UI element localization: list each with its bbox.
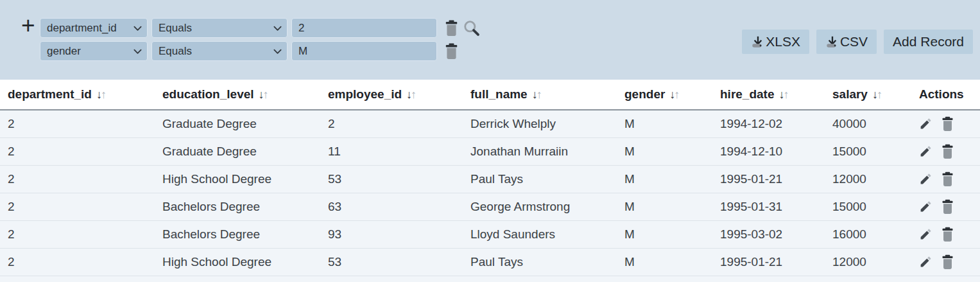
filter-value-input[interactable] (291, 41, 437, 61)
delete-row-button[interactable] (941, 227, 954, 242)
delete-row-button[interactable] (941, 116, 954, 132)
chevron-down-icon (273, 49, 282, 55)
filter-field-select[interactable]: gender (40, 41, 148, 61)
export-csv-button[interactable]: CSV (816, 30, 877, 54)
cell-education-level: Bachelors Degree (155, 220, 320, 248)
column-header-employee-id[interactable]: employee_id↓↑ (320, 80, 463, 110)
trash-icon (941, 199, 954, 215)
sort-desc-icon: ↓ (532, 88, 537, 101)
column-header-gender[interactable]: gender↓↑ (617, 80, 712, 110)
edit-row-button[interactable] (919, 145, 933, 158)
sort-asc-icon: ↑ (877, 88, 881, 101)
apply-filters-button[interactable] (463, 20, 480, 37)
table-row: 2 Bachelors Degree 63 George Armstrong M… (0, 193, 980, 220)
edit-row-button[interactable] (919, 255, 933, 269)
cell-gender: M (617, 193, 712, 220)
cell-actions (911, 193, 980, 220)
filter-operator-select[interactable]: Equals (151, 41, 288, 61)
sort-asc-icon: ↑ (537, 88, 541, 101)
sort-asc-icon: ↑ (674, 88, 678, 101)
delete-row-button[interactable] (941, 199, 954, 215)
table-row: 2 High School Degree 53 Paul Tays M 1995… (0, 165, 980, 193)
sort-desc-icon: ↓ (872, 88, 877, 101)
cell-actions (911, 137, 980, 165)
chevron-down-icon (133, 26, 142, 31)
column-header-department-id[interactable]: department_id↓↑ (0, 80, 155, 110)
cell-hire-date: 1995-01-31 (712, 193, 825, 220)
cell-salary: 15000 (825, 137, 911, 165)
remove-filter-button[interactable] (445, 43, 458, 60)
filter-toolbar: + department_id Equals gender (0, 0, 980, 80)
column-header-education-level[interactable]: education_level↓↑ (155, 80, 320, 110)
export-xlsx-button[interactable]: XLSX (742, 30, 809, 54)
cell-gender: M (617, 165, 712, 193)
cell-education-level: Graduate Degree (155, 137, 320, 165)
cell-employee-id: 53 (320, 248, 463, 276)
column-header-full-name[interactable]: full_name↓↑ (463, 80, 617, 110)
cell-salary: 16000 (825, 220, 911, 248)
add-record-button[interactable]: Add Record (884, 30, 973, 54)
column-header-salary[interactable]: salary↓↑ (825, 80, 911, 110)
delete-row-button[interactable] (941, 172, 954, 187)
delete-row-button[interactable] (941, 254, 954, 270)
cell-full-name: George Armstrong (463, 193, 617, 220)
cell-hire-date: 1995-01-21 (712, 165, 825, 193)
filter-field-select[interactable]: department_id (40, 18, 148, 38)
trash-icon (445, 20, 458, 37)
edit-row-button[interactable] (919, 227, 933, 241)
sort-icons: ↓↑ (669, 88, 678, 101)
sort-icons: ↓↑ (406, 88, 415, 101)
pencil-icon (919, 227, 933, 241)
cell-department-id: 2 (0, 110, 155, 137)
edit-row-button[interactable] (919, 117, 933, 130)
delete-row-button[interactable] (941, 144, 954, 159)
column-header-actions: Actions (911, 80, 980, 110)
add-filter-button[interactable]: + (21, 14, 35, 37)
sort-icons: ↓↑ (532, 88, 541, 101)
filter-rows: department_id Equals gender Equals (40, 18, 480, 61)
column-header-hire-date[interactable]: hire_date↓↑ (712, 80, 825, 110)
cell-hire-date: 1995-03-02 (712, 220, 825, 248)
sort-icons: ↓↑ (872, 88, 881, 101)
filter-field-value: department_id (40, 22, 117, 35)
trash-icon (941, 144, 954, 159)
cell-salary: 40000 (825, 110, 911, 137)
cell-department-id: 2 (0, 193, 155, 220)
cell-actions (911, 110, 980, 137)
cell-gender: M (617, 220, 712, 248)
export-toolbar: XLSX CSV Add Record (742, 30, 973, 54)
column-label: salary (832, 87, 868, 101)
trash-icon (941, 254, 954, 270)
chevron-down-icon (273, 26, 282, 31)
table-row: 2 High School Degree 53 Paul Tays M 1995… (0, 248, 980, 276)
cell-employee-id: 53 (320, 165, 463, 193)
cell-actions (911, 165, 980, 193)
cell-actions (911, 220, 980, 248)
cell-full-name: Lloyd Saunders (463, 220, 617, 248)
filter-operator-select[interactable]: Equals (151, 18, 288, 38)
cell-education-level: Bachelors Degree (155, 193, 320, 220)
cell-department-id: 2 (0, 165, 155, 193)
add-record-label: Add Record (893, 34, 964, 49)
remove-filter-button[interactable] (445, 20, 458, 37)
edit-row-button[interactable] (919, 172, 933, 186)
download-icon (825, 35, 839, 49)
cell-education-level: High School Degree (155, 165, 320, 193)
trash-icon (941, 227, 954, 242)
sort-asc-icon: ↑ (783, 88, 787, 101)
pencil-icon (919, 172, 933, 186)
edit-row-button[interactable] (919, 200, 933, 213)
trash-icon (941, 172, 954, 187)
column-label: Actions (919, 87, 964, 101)
column-label: hire_date (720, 87, 774, 101)
sort-icons: ↓↑ (778, 88, 787, 101)
sort-icons: ↓↑ (259, 88, 268, 101)
cell-employee-id: 11 (320, 137, 463, 165)
cell-department-id: 2 (0, 137, 155, 165)
cell-education-level: Graduate Degree (155, 110, 320, 137)
sort-icons: ↓↑ (96, 88, 105, 101)
pencil-icon (919, 117, 933, 130)
filter-value-input[interactable] (291, 18, 437, 38)
column-label: gender (624, 87, 665, 101)
cell-full-name: Jonathan Murraiin (463, 137, 617, 165)
